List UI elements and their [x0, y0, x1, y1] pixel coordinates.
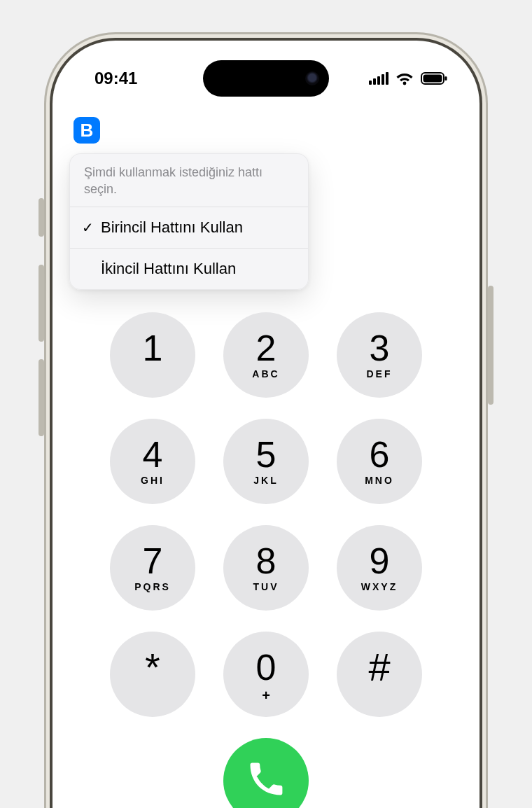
keypad-digit: 2 [256, 330, 276, 366]
keypad-4[interactable]: 4 GHI [110, 419, 195, 504]
phone-frame: 09:41 [52, 41, 479, 808]
keypad-letters: JKL [253, 475, 278, 486]
line-option-label: İkincil Hattını Kullan [101, 260, 236, 278]
svg-point-5 [403, 82, 407, 85]
svg-rect-4 [386, 72, 388, 85]
keypad-digit: 9 [370, 543, 390, 579]
mute-switch [38, 198, 44, 237]
svg-rect-8 [445, 76, 447, 81]
keypad-2[interactable]: 2 ABC [223, 312, 309, 398]
keypad-letters: + [262, 688, 270, 699]
keypad-digit: 4 [143, 436, 163, 473]
svg-rect-3 [382, 74, 384, 85]
line-option-primary[interactable]: ✓ Birincil Hattını Kullan [70, 207, 308, 249]
keypad-letters: ABC [252, 368, 279, 379]
call-button[interactable] [223, 738, 309, 808]
line-selection-popover: Şimdi kullanmak istediğiniz hattı seçin.… [69, 153, 309, 290]
keypad-digit: 6 [370, 436, 390, 473]
volume-down-button [38, 359, 44, 436]
status-bar: 09:41 [52, 62, 479, 95]
keypad-digit: # [368, 648, 390, 687]
keypad-letters: WXYZ [361, 581, 398, 592]
keypad-letters: DEF [367, 368, 393, 379]
keypad-7[interactable]: 7 PQRS [110, 525, 195, 611]
volume-up-button [38, 265, 44, 342]
status-time: 09:41 [94, 69, 137, 88]
keypad-6[interactable]: 6 MNO [337, 419, 422, 504]
checkmark-icon: ✓ [80, 219, 95, 236]
cellular-icon [369, 72, 388, 85]
active-line-badge[interactable]: B [74, 117, 100, 144]
keypad-letters: PQRS [134, 581, 171, 592]
wifi-icon [396, 71, 414, 85]
dial-keypad: 1 2 ABC 3 DEF 4 GHI 5 JKL 6 MNO [69, 312, 463, 717]
keypad-3[interactable]: 3 DEF [337, 312, 422, 398]
battery-icon [421, 72, 447, 85]
svg-rect-0 [369, 81, 372, 85]
keypad-digit: 8 [256, 543, 276, 579]
keypad-digit: 1 [143, 330, 163, 366]
keypad-digit: 5 [256, 436, 276, 473]
keypad-digit: 0 [256, 649, 276, 685]
keypad-5[interactable]: 5 JKL [223, 419, 309, 504]
line-option-secondary[interactable]: ✓ İkincil Hattını Kullan [70, 249, 308, 289]
keypad-9[interactable]: 9 WXYZ [337, 525, 422, 611]
svg-rect-2 [377, 76, 380, 85]
keypad-0[interactable]: 0 + [223, 632, 309, 717]
keypad-letters: MNO [365, 475, 394, 486]
side-button [488, 286, 493, 405]
keypad-hash[interactable]: # [337, 632, 422, 717]
keypad-letters: TUV [253, 581, 279, 592]
line-option-label: Birincil Hattını Kullan [101, 218, 243, 237]
keypad-star[interactable]: * [110, 632, 195, 717]
keypad-1[interactable]: 1 [110, 312, 195, 398]
phone-icon [247, 760, 285, 801]
keypad-letters: GHI [141, 475, 164, 486]
keypad-8[interactable]: 8 TUV [223, 525, 309, 611]
svg-rect-7 [424, 75, 442, 83]
keypad-digit: 3 [370, 330, 390, 366]
svg-rect-1 [373, 78, 376, 85]
keypad-digit: * [145, 648, 160, 687]
popover-instruction: Şimdi kullanmak istediğiniz hattı seçin. [70, 154, 308, 207]
keypad-digit: 7 [143, 543, 163, 579]
